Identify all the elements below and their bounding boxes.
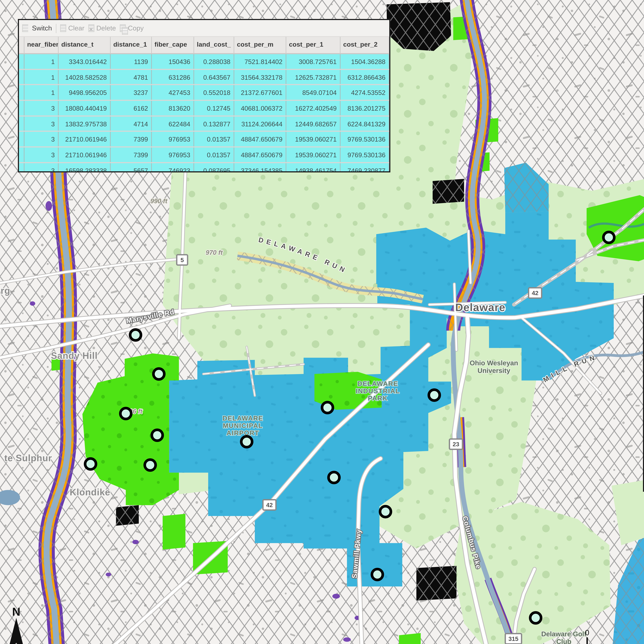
table-cell: 19539.060271 (286, 132, 340, 146)
svg-text:23: 23 (453, 441, 459, 448)
assemblable-location-marker[interactable] (241, 436, 252, 447)
table-row[interactable]: 313832.97573847146224840.13287731124.206… (19, 116, 389, 132)
table-cell: 21372.677601 (234, 85, 286, 100)
assemblable-location-marker[interactable] (85, 459, 96, 469)
table-cell: 1504.36288 (340, 54, 389, 69)
route-shield: 315 (505, 634, 522, 644)
table-cell: 48847.650679 (234, 147, 286, 162)
assemblable-location-marker[interactable] (329, 472, 339, 483)
table-cell: 14938.461754 (286, 163, 340, 171)
table-cell: 4781 (111, 70, 152, 84)
table-cell: 0.132877 (194, 116, 234, 131)
assemblable-location-marker[interactable] (380, 506, 391, 517)
map-label: Delaware (455, 301, 505, 313)
table-cell: 746923 (152, 163, 194, 171)
table-cell: 3008.725761 (286, 54, 340, 69)
table-cell: 3 (24, 116, 58, 131)
assemblable-location-marker[interactable] (145, 460, 156, 470)
table-row[interactable]: 321710.06194673999769530.0135748847.6506… (19, 147, 389, 163)
assemblable-location-marker[interactable] (429, 390, 440, 401)
table-cell: 21710.061946 (59, 132, 111, 146)
table-cell: 16598.283338 (59, 163, 111, 171)
table-cell: 7399 (111, 147, 152, 162)
table-cell: 7469.230877 (340, 163, 389, 171)
table-cell: 6312.866436 (340, 70, 389, 84)
column-header[interactable]: land_cost_ (194, 37, 234, 53)
toolbar-separator (56, 24, 56, 33)
row-selector[interactable] (19, 147, 24, 162)
row-selector[interactable] (19, 85, 24, 100)
switch-icon (22, 24, 28, 32)
table-row[interactable]: 19498.95620532374274530.55201821372.6776… (19, 85, 389, 101)
assemblable-location-marker[interactable] (603, 232, 614, 243)
column-header[interactable]: distance_1 (111, 37, 152, 53)
row-selector-header (19, 37, 24, 53)
copy-icon (120, 24, 126, 32)
table-cell: 0.01357 (194, 132, 234, 146)
column-header[interactable]: cost_per_m (234, 37, 286, 53)
row-selector[interactable] (19, 101, 24, 115)
table-cell: 31564.332178 (234, 70, 286, 84)
table-cell: 3 (24, 163, 58, 171)
table-cell: 0.288038 (194, 54, 234, 69)
route-shield: 5 (177, 255, 188, 265)
map-label: Klondike (70, 487, 110, 497)
assemblable-location-marker[interactable] (130, 330, 141, 340)
svg-text:315: 315 (508, 635, 518, 642)
table-row[interactable]: 316598.28333856577469230.08769537346.154… (19, 163, 389, 171)
table-cell: 4274.53552 (340, 85, 389, 100)
assemblable-location-marker[interactable] (152, 430, 163, 441)
table-row[interactable]: 321710.06194673999769530.0135748847.6506… (19, 132, 389, 148)
table-cell: 16272.402549 (286, 101, 340, 115)
table-cell: 19539.060271 (286, 147, 340, 162)
switch-button[interactable]: Switch (32, 24, 52, 32)
table-cell: 9769.530136 (340, 132, 389, 146)
assemblable-location-marker[interactable] (530, 612, 541, 623)
table-cell: 3 (24, 101, 58, 115)
assemblable-location-marker[interactable] (120, 408, 131, 419)
attribute-table-toolbar: Switch Clear Delete Copy (19, 20, 389, 37)
map-label: te Sulphur (4, 453, 52, 463)
column-header[interactable]: cost_per_1 (286, 37, 340, 53)
assemblable-location-marker[interactable] (322, 402, 333, 413)
row-selector[interactable] (19, 70, 24, 84)
svg-text:42: 42 (266, 502, 273, 508)
column-header[interactable]: fiber_cape (152, 37, 194, 53)
table-row[interactable]: 13343.01644211391504360.2880387521.81440… (19, 54, 389, 70)
row-selector[interactable] (19, 116, 24, 131)
table-cell: 813620 (152, 101, 194, 115)
row-selector[interactable] (19, 163, 24, 171)
table-cell: 8549.07104 (286, 85, 340, 100)
table-cell: 31124.206644 (234, 116, 286, 131)
column-header[interactable]: near_fiber (24, 37, 58, 53)
assemblable-location-marker[interactable] (372, 569, 383, 580)
table-cell: 12449.682657 (286, 116, 340, 131)
table-cell: 0.01357 (194, 147, 234, 162)
north-arrow-label: N (12, 605, 20, 618)
route-shield: 42 (263, 500, 276, 510)
svg-text:42: 42 (532, 290, 538, 296)
table-cell: 1 (24, 70, 58, 84)
table-cell: 3237 (111, 85, 152, 100)
table-cell: 13832.975738 (59, 116, 111, 131)
column-header[interactable]: cost_per_2 (340, 37, 389, 53)
table-cell: 4714 (111, 116, 152, 131)
table-cell: 7399 (111, 132, 152, 146)
table-cell: 3 (24, 132, 58, 146)
svg-text:5: 5 (180, 257, 184, 263)
table-cell: 622484 (152, 116, 194, 131)
map-label: rg (1, 285, 10, 296)
delete-button[interactable]: Delete (88, 24, 116, 32)
table-cell: 976953 (152, 132, 194, 146)
table-cell: 1 (24, 85, 58, 100)
copy-button[interactable]: Copy (120, 24, 144, 32)
clear-button[interactable]: Clear (60, 24, 84, 32)
row-selector[interactable] (19, 132, 24, 146)
assemblable-location-marker[interactable] (153, 369, 164, 379)
table-cell: 5657 (111, 163, 152, 171)
table-row[interactable]: 318080.44041961628136200.1274540681.0063… (19, 101, 389, 116)
row-selector[interactable] (19, 54, 24, 69)
table-cell: 0.12745 (194, 101, 234, 115)
table-row[interactable]: 114028.58252847816312860.64356731564.332… (19, 70, 389, 85)
column-header[interactable]: distance_t (59, 37, 111, 53)
